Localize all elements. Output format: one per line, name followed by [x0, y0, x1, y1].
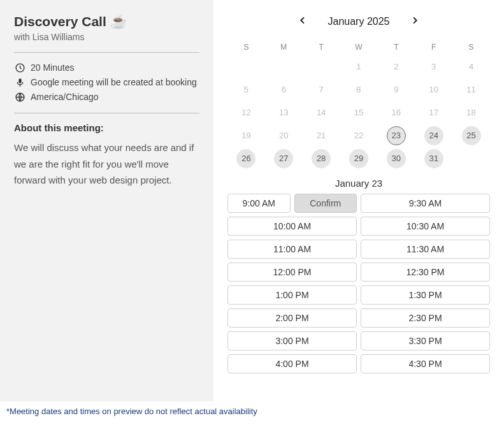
event-title: Discovery Call ☕: [14, 14, 199, 29]
calendar-week-row: 19202122232425: [227, 124, 490, 147]
calendar-day-initial: W: [340, 36, 378, 55]
calendar-cell: 13: [265, 101, 303, 124]
calendar-cell: 15: [340, 101, 378, 124]
calendar-day-available[interactable]: 28: [312, 149, 331, 168]
calendar-week-row: 262728293031: [227, 147, 490, 170]
time-slot-button[interactable]: 11:00 AM: [227, 240, 357, 259]
selected-date-label: January 23: [227, 178, 490, 189]
calendar-day-initial: T: [377, 36, 415, 55]
clock-icon: [14, 62, 25, 73]
calendar-cell: 4: [452, 55, 490, 78]
time-slot-button[interactable]: 2:30 PM: [361, 308, 490, 328]
svg-rect-1: [18, 78, 21, 83]
calendar-cell: 18: [452, 101, 490, 124]
booking-main: January 2025 SMTWTFS 1234567891011121314…: [213, 0, 504, 401]
calendar-day-disabled: 17: [424, 103, 443, 122]
calendar-cell: [265, 55, 303, 78]
calendar-cell: 24: [415, 124, 452, 147]
calendar-week-row: 1234: [227, 55, 490, 78]
calendar-day-disabled: 1: [349, 57, 368, 76]
time-slot-grid: 9:00 AMConfirm9:30 AM10:00 AM10:30 AM11:…: [227, 194, 490, 373]
calendar-cell: 1: [340, 55, 378, 78]
calendar-cell: [227, 55, 265, 78]
calendar-cell: 30: [377, 147, 415, 170]
timezone-row: America/Chicago: [14, 91, 199, 103]
time-slot-button[interactable]: 12:00 PM: [227, 263, 357, 282]
chevron-left-icon: [298, 15, 308, 27]
calendar-day-disabled: 18: [462, 103, 481, 122]
calendar-day-available[interactable]: 26: [236, 149, 256, 168]
calendar-day-disabled: 4: [462, 57, 481, 76]
calendar-grid: SMTWTFS 12345678910111213141516171819202…: [227, 36, 490, 170]
time-slot-button[interactable]: 1:00 PM: [227, 285, 357, 305]
time-slot-button[interactable]: 10:30 AM: [361, 217, 490, 236]
calendar-day-disabled: 15: [349, 103, 368, 122]
calendar-day-disabled: 3: [424, 57, 443, 76]
time-slot-button[interactable]: 4:00 PM: [227, 354, 357, 373]
calendar-day-available[interactable]: 29: [349, 149, 368, 168]
calendar-day-disabled: 11: [462, 80, 481, 99]
calendar-cell: 8: [340, 78, 378, 101]
time-slot-button[interactable]: 2:00 PM: [227, 308, 357, 328]
calendar-cell: 7: [303, 78, 340, 101]
calendar-day-disabled: 5: [236, 80, 256, 99]
prev-month-button[interactable]: [295, 13, 310, 30]
next-month-button[interactable]: [407, 13, 422, 30]
time-slot-button[interactable]: 3:00 PM: [227, 331, 357, 350]
calendar-day-available[interactable]: 23: [387, 126, 406, 145]
calendar-cell: 3: [415, 55, 452, 78]
calendar-day-disabled: 22: [349, 126, 368, 145]
calendar-day-available[interactable]: 25: [462, 126, 481, 145]
calendar-day-available[interactable]: 31: [424, 149, 443, 168]
calendar-day-disabled: 20: [274, 126, 293, 145]
time-slot-button[interactable]: 3:30 PM: [361, 331, 490, 350]
divider: [14, 52, 199, 53]
calendar-cell: 9: [377, 78, 415, 101]
calendar-day-disabled: 12: [236, 103, 256, 122]
time-slot-button[interactable]: 9:30 AM: [361, 194, 490, 213]
time-slot-button[interactable]: 1:30 PM: [361, 285, 490, 305]
calendar-cell: 6: [265, 78, 303, 101]
calendar-day-initial: F: [415, 36, 452, 55]
calendar-cell: 23: [377, 124, 415, 147]
calendar-day-disabled: 2: [387, 57, 406, 76]
calendar-day-disabled: 21: [312, 126, 331, 145]
calendar-cell: 5: [227, 78, 265, 101]
calendar-cell: 17: [415, 101, 452, 124]
calendar-day-disabled: 13: [274, 103, 293, 122]
confirm-button[interactable]: Confirm: [294, 194, 357, 213]
time-slot-button[interactable]: 4:30 PM: [361, 354, 490, 373]
calendar-day-disabled: 10: [424, 80, 443, 99]
calendar-cell: 26: [227, 147, 265, 170]
provider-row: Google meeting will be created at bookin…: [14, 76, 199, 88]
calendar-cell: 28: [303, 147, 340, 170]
calendar-day-disabled: 19: [236, 126, 256, 145]
calendar-day-initial: S: [227, 36, 265, 55]
time-slot-button[interactable]: 9:00 AM: [227, 194, 291, 213]
chevron-right-icon: [410, 15, 420, 27]
calendar-day-available[interactable]: 27: [274, 149, 293, 168]
calendar-day-available[interactable]: 30: [387, 149, 406, 168]
host-name: Lisa Williams: [32, 32, 85, 42]
calendar-day-disabled: 14: [312, 103, 331, 122]
calendar-cell: [452, 147, 490, 170]
calendar-cell: 29: [340, 147, 378, 170]
calendar-day-disabled: 16: [387, 103, 406, 122]
calendar-cell: 31: [415, 147, 452, 170]
calendar-day-disabled: 8: [349, 80, 368, 99]
mic-icon: [14, 76, 25, 88]
host-prefix: with: [14, 32, 32, 42]
calendar-cell: 22: [340, 124, 378, 147]
provider-text: Google meeting will be created at bookin…: [31, 77, 197, 87]
calendar-day-available[interactable]: 24: [424, 126, 443, 145]
timezone-text: America/Chicago: [31, 92, 99, 102]
calendar-cell: 25: [452, 124, 490, 147]
month-nav: January 2025: [227, 13, 490, 30]
time-slot-button[interactable]: 12:30 PM: [361, 263, 490, 282]
time-slot-button[interactable]: 11:30 AM: [361, 240, 490, 259]
calendar-cell: 16: [377, 101, 415, 124]
calendar-week-row: 567891011: [227, 78, 490, 101]
month-label: January 2025: [328, 16, 390, 27]
calendar-cell: [303, 55, 340, 78]
time-slot-button[interactable]: 10:00 AM: [227, 217, 357, 236]
